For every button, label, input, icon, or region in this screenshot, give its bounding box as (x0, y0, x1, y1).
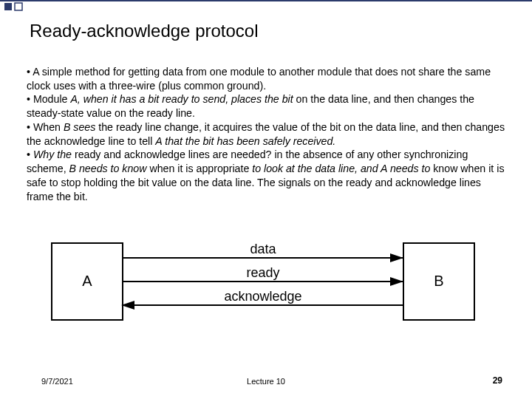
bullet-4-italic-2: B needs to know (69, 163, 147, 174)
bullet-4-prefix: • (27, 149, 33, 160)
body-text: • A simple method for getting data from … (27, 65, 505, 203)
svg-rect-0 (0, 0, 532, 1)
bullet-2-italic: A, when it has a bit ready to send, plac… (70, 93, 293, 105)
footer-page-number: 29 (493, 375, 502, 386)
bullet-4-mid-2: when it is appropriate (146, 163, 252, 174)
header-decoration (0, 0, 532, 13)
bullet-3-italic-1: B sees (64, 121, 95, 133)
bullet-3: • When B sees the ready line change, it … (27, 120, 505, 148)
module-a-label: A (82, 273, 92, 289)
slide-title: Ready-acknowledge protocol (30, 21, 259, 41)
ack-line-label: acknowledge (224, 289, 301, 304)
protocol-diagram: A B data ready acknowledge (50, 227, 476, 327)
bullet-3-prefix: • When (27, 121, 64, 133)
bullet-2: • Module A, when it has a bit ready to s… (27, 92, 505, 120)
bullet-1: • A simple method for getting data from … (27, 65, 505, 92)
footer-lecture: Lecture 10 (247, 377, 285, 386)
data-line-label: data (250, 242, 276, 256)
ready-line-label: ready (246, 265, 279, 280)
bullet-4: • Why the ready and acknowledge lines ar… (27, 148, 505, 203)
svg-rect-2 (15, 3, 22, 10)
module-b-label: B (434, 273, 443, 289)
bullet-2-prefix: • Module (27, 93, 70, 105)
bullet-1-text: • A simple method for getting data from … (27, 66, 491, 92)
footer-date: 9/7/2021 (41, 377, 73, 386)
bullet-3-italic-2: A that the bit has been safely received. (155, 135, 335, 147)
svg-rect-1 (4, 3, 12, 10)
footer: 9/7/2021 Lecture 10 29 (0, 371, 532, 386)
bullet-4-italic-1: Why the (33, 149, 72, 160)
bullet-4-italic-3: to look at the data line, and A needs to (252, 163, 430, 174)
